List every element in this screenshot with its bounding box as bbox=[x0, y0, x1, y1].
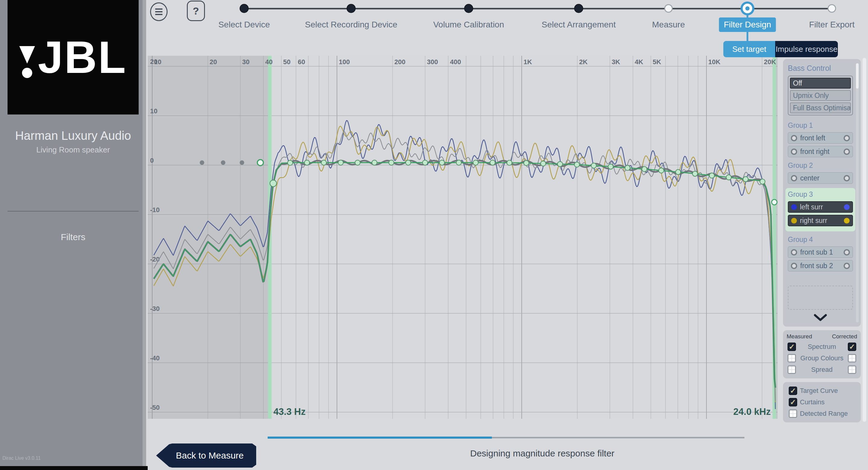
bass-option-1[interactable]: Upmix Only bbox=[790, 90, 851, 101]
progress-bar bbox=[268, 437, 744, 438]
svg-text:1K: 1K bbox=[524, 58, 532, 66]
channel-row[interactable]: center bbox=[788, 173, 853, 184]
menu-button[interactable] bbox=[150, 2, 167, 21]
svg-text:40: 40 bbox=[265, 58, 273, 66]
channel-dot-right bbox=[844, 204, 849, 210]
channel-row[interactable]: front sub 1 bbox=[788, 246, 853, 258]
svg-text:20K: 20K bbox=[764, 58, 776, 66]
measured-header: Measured bbox=[786, 333, 812, 340]
svg-text:400: 400 bbox=[450, 58, 461, 66]
chart-canvas[interactable]: 1020304050601002003004001K2K3K4K5K10K20K… bbox=[148, 56, 778, 419]
sidebar-item-filters[interactable]: Filters bbox=[0, 232, 146, 242]
channel-dot-right bbox=[844, 149, 850, 155]
jbl-brand-text: JBL bbox=[38, 35, 127, 80]
svg-text:10: 10 bbox=[150, 107, 157, 115]
svg-text:2K: 2K bbox=[579, 58, 588, 66]
overlay-checkbox[interactable]: ✓ bbox=[789, 386, 797, 395]
step-node-4[interactable] bbox=[664, 4, 673, 13]
corrected-checkbox[interactable] bbox=[848, 366, 856, 374]
app-version: Dirac Live v3.0.11 bbox=[2, 456, 41, 461]
measured-checkbox[interactable]: ✓ bbox=[787, 343, 796, 351]
bass-option-0[interactable]: Off bbox=[790, 78, 851, 89]
step-label-2[interactable]: Volume Calibration bbox=[433, 20, 504, 30]
corrected-checkbox[interactable] bbox=[848, 354, 856, 363]
channel-row[interactable]: right surr bbox=[788, 215, 853, 226]
channel-dot-right bbox=[844, 218, 849, 224]
group-title: Group 3 bbox=[788, 190, 853, 198]
hamburger-icon bbox=[155, 8, 162, 10]
channel-label: right surr bbox=[800, 217, 841, 225]
scrollbar-thumb[interactable] bbox=[856, 63, 859, 89]
step-node-6[interactable] bbox=[828, 4, 836, 13]
overlay-checkbox[interactable] bbox=[789, 409, 797, 418]
app-window: JBL Harman Luxury Audio Living Room spea… bbox=[0, 0, 868, 470]
legend-label: Target Curve bbox=[800, 387, 858, 395]
help-button[interactable]: ? bbox=[187, 1, 205, 21]
group-title: Group 4 bbox=[788, 236, 853, 244]
measured-checkbox[interactable] bbox=[787, 366, 796, 374]
channel-row[interactable]: front sub 2 bbox=[788, 260, 853, 272]
group-title: Group 1 bbox=[788, 121, 853, 130]
legend-row: Group Colours bbox=[786, 352, 858, 364]
step-node-1[interactable] bbox=[347, 4, 355, 13]
legend-row: ✓Spectrum✓ bbox=[786, 341, 858, 352]
svg-text:3K: 3K bbox=[612, 58, 620, 66]
svg-text:24.0 kHz: 24.0 kHz bbox=[733, 406, 771, 417]
legend-matrix-panel: Measured Corrected ✓Spectrum✓Group Colou… bbox=[783, 330, 861, 378]
step-label-6[interactable]: Filter Export bbox=[809, 20, 855, 30]
measured-checkbox[interactable] bbox=[787, 354, 796, 363]
channel-row[interactable]: left surr bbox=[788, 201, 853, 213]
group-dropzone[interactable] bbox=[788, 286, 853, 310]
bass-option-2[interactable]: Full Bass Optimisation bbox=[790, 102, 851, 113]
svg-text:-30: -30 bbox=[150, 305, 160, 312]
legend-matrix-rows: ✓Spectrum✓Group ColoursSpread bbox=[786, 341, 858, 375]
step-label-3[interactable]: Select Arrangement bbox=[541, 20, 616, 30]
svg-text:-40: -40 bbox=[150, 354, 160, 362]
tab-impulse-response[interactable]: Impulse response bbox=[775, 41, 838, 57]
channel-dot-left bbox=[791, 204, 797, 210]
svg-text:30: 30 bbox=[242, 58, 249, 66]
speaker-groups: Group 1front leftfront rightGroup 2cente… bbox=[788, 121, 853, 276]
corrected-checkbox[interactable]: ✓ bbox=[848, 343, 856, 351]
step-label-5[interactable]: Filter Design bbox=[719, 18, 776, 32]
step-node-5[interactable] bbox=[741, 1, 754, 15]
svg-text:20: 20 bbox=[150, 58, 157, 65]
legend-label: Group Colours bbox=[798, 354, 846, 362]
channel-panel-scrollbar[interactable] bbox=[856, 63, 859, 322]
svg-text:50: 50 bbox=[283, 58, 290, 66]
legend-row: ✓Curtains bbox=[786, 397, 858, 408]
channel-row[interactable]: front right bbox=[788, 146, 853, 157]
channel-dot-right bbox=[844, 263, 850, 269]
sidebar-bottom-strip bbox=[0, 466, 148, 470]
channel-dot-left bbox=[791, 218, 797, 224]
tab-set-target[interactable]: Set target bbox=[723, 41, 775, 57]
status-text: Designing magnitude response filter bbox=[470, 448, 615, 459]
svg-text:4K: 4K bbox=[635, 58, 643, 66]
step-node-3[interactable] bbox=[574, 4, 583, 13]
group-section-0: Group 1front leftfront right bbox=[788, 121, 853, 157]
back-to-measure-button[interactable]: Back to Measure bbox=[156, 443, 256, 468]
channel-dot-left bbox=[791, 149, 797, 155]
window-scrollbar[interactable] bbox=[863, 58, 866, 422]
chevron-down-icon[interactable] bbox=[814, 314, 827, 322]
svg-text:10K: 10K bbox=[708, 58, 720, 66]
legend-row: Spread bbox=[786, 364, 858, 375]
jbl-exclamation-icon bbox=[19, 46, 35, 78]
channel-label: center bbox=[800, 174, 841, 182]
group-section-2: Group 3left surrright surr bbox=[785, 188, 855, 231]
frequency-response-chart[interactable]: 1020304050601002003004001K2K3K4K5K10K20K… bbox=[148, 56, 778, 419]
svg-text:5K: 5K bbox=[652, 58, 661, 66]
step-label-0[interactable]: Select Device bbox=[218, 20, 270, 30]
svg-text:300: 300 bbox=[427, 58, 438, 66]
channel-label: left surr bbox=[800, 203, 841, 211]
channel-label: front sub 2 bbox=[800, 262, 841, 270]
step-node-2[interactable] bbox=[464, 4, 473, 13]
overlay-checkbox[interactable]: ✓ bbox=[789, 398, 797, 406]
channel-row[interactable]: front left bbox=[788, 132, 853, 144]
step-label-4[interactable]: Measure bbox=[652, 20, 685, 30]
legend-label: Spread bbox=[798, 366, 846, 374]
step-label-1[interactable]: Select Recording Device bbox=[305, 20, 398, 30]
svg-text:-10: -10 bbox=[150, 206, 160, 214]
group-section-3: Group 4front sub 1front sub 2 bbox=[788, 236, 853, 272]
step-node-0[interactable] bbox=[240, 4, 249, 13]
